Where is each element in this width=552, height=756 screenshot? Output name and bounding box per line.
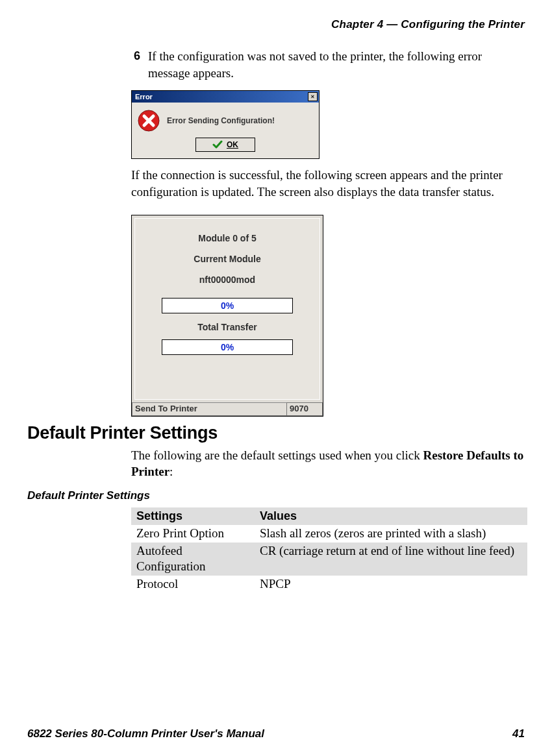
cell-value: NPCP [255, 576, 527, 593]
heading-para-post: : [169, 465, 173, 478]
titlebar: Error × [132, 91, 319, 103]
cell-setting: Zero Print Option [131, 525, 255, 543]
ok-button[interactable]: OK [195, 138, 255, 152]
module-progress-value: 0% [221, 300, 234, 311]
heading-paragraph: The following are the default settings u… [131, 447, 525, 480]
close-glyph: × [311, 93, 314, 100]
cell-setting: Protocol [131, 576, 255, 593]
error-icon [137, 109, 160, 132]
footer-manual-title: 6822 Series 80-Column Printer User's Man… [27, 727, 264, 740]
transfer-dialog: Module 0 of 5 Current Module nft00000mod… [131, 215, 323, 417]
transfer-dialog-figure: Module 0 of 5 Current Module nft00000mod… [131, 215, 525, 417]
default-settings-table: Settings Values Zero Print Option Slash … [131, 507, 527, 593]
step-text: If the configuration was not saved to th… [148, 48, 525, 81]
col-values: Values [255, 507, 527, 525]
module-line: Module 0 of 5 [198, 233, 256, 243]
cell-setting: Autofeed Configuration [131, 543, 255, 576]
error-dialog: Error × Error Sending Configuration! [131, 90, 320, 159]
heading-para-pre: The following are the default settings u… [131, 448, 423, 462]
ok-label: OK [227, 140, 238, 149]
table-row: Autofeed Configuration CR (carriage retu… [131, 543, 527, 576]
close-icon[interactable]: × [308, 92, 318, 101]
module-progress-bar: 0% [162, 298, 293, 313]
col-settings: Settings [131, 507, 255, 525]
table-row: Protocol NPCP [131, 576, 527, 593]
check-icon [212, 140, 223, 149]
total-progress-value: 0% [221, 342, 234, 352]
status-bar: Send To Printer 9070 [132, 402, 323, 416]
table-row: Zero Print Option Slash all zeros (zeros… [131, 525, 527, 543]
total-transfer-label: Total Transfer [197, 322, 257, 332]
cell-value: Slash all zeros (zeros are printed with … [255, 525, 527, 543]
current-module-label: Current Module [194, 254, 260, 264]
total-progress-bar: 0% [162, 339, 293, 355]
step-6: 6 If the configuration was not saved to … [131, 48, 525, 81]
step-number: 6 [131, 48, 140, 81]
section-heading-default-printer-settings: Default Printer Settings [27, 423, 525, 443]
cell-value: CR (carriage return at end of line witho… [255, 543, 527, 576]
error-message: Error Sending Configuration! [167, 116, 275, 125]
status-label: Send To Printer [132, 402, 287, 416]
module-name: nft00000mod [199, 274, 255, 285]
success-paragraph: If the connection is successful, the fol… [131, 167, 525, 200]
table-caption: Default Printer Settings [27, 489, 525, 502]
footer-page-number: 41 [512, 727, 525, 740]
status-code: 9070 [287, 402, 323, 416]
chapter-header: Chapter 4 — Configuring the Printer [27, 18, 525, 31]
titlebar-text: Error [133, 93, 153, 101]
error-dialog-figure: Error × Error Sending Configuration! [131, 90, 525, 159]
